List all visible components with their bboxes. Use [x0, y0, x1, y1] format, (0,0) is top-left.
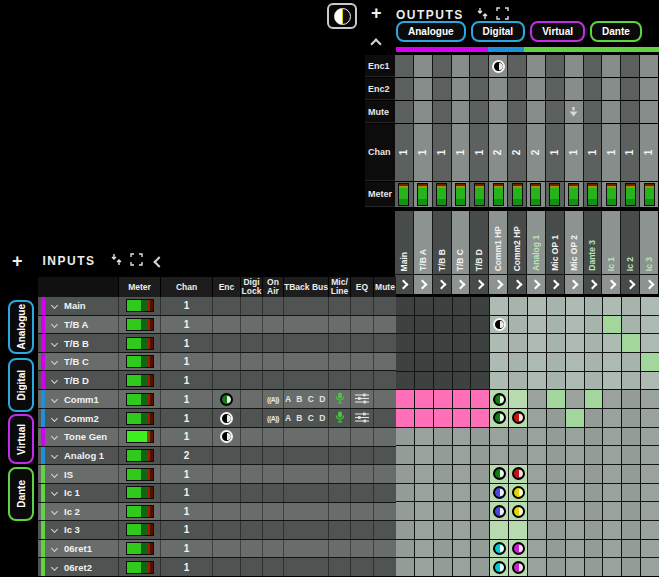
chan-cell-t-b-c[interactable]: 1	[452, 124, 470, 181]
eq-cell[interactable]	[350, 371, 373, 389]
matrix-cell-06ret1-analog-1[interactable]	[528, 540, 546, 558]
matrix-cell-06ret2-t-b-b[interactable]	[434, 558, 452, 576]
matrix-cell-ic-2-main[interactable]	[396, 502, 414, 520]
on-air-cell[interactable]	[262, 447, 283, 465]
route-knob-dkgreen[interactable]	[493, 467, 506, 480]
enc-cell[interactable]	[212, 465, 240, 483]
digi-lock-cell[interactable]	[240, 428, 262, 446]
output-column-expand-button[interactable]	[565, 275, 583, 294]
matrix-cell-main-main[interactable]	[396, 297, 414, 315]
mute-cell[interactable]	[373, 353, 396, 371]
matrix-cell-06ret2-t-b-a[interactable]	[415, 558, 433, 576]
chan-cell-ic-3[interactable]: 1	[640, 124, 658, 181]
mute-cell-t-b-c[interactable]	[452, 101, 470, 123]
matrix-cell-t-b-d-ic-3[interactable]	[641, 372, 659, 390]
tback-bus-cell[interactable]	[283, 465, 328, 483]
matrix-cell-analog-1-comm2-hp[interactable]	[509, 446, 527, 464]
enc-cell[interactable]	[212, 484, 240, 502]
digi-lock-cell[interactable]	[240, 297, 262, 315]
mute-cell-comm1-hp[interactable]	[489, 101, 507, 123]
matrix-cell-ic-3-ic-2[interactable]	[622, 521, 640, 539]
enc2-cell-t-b-a[interactable]	[414, 78, 432, 100]
matrix-cell-analog-1-ic-2[interactable]	[622, 446, 640, 464]
matrix-cell-tone-gen-ic-1[interactable]	[603, 428, 621, 446]
matrix-cell-t-b-b-t-b-a[interactable]	[415, 334, 433, 352]
meter-cell-comm1-hp[interactable]	[489, 182, 507, 207]
enc-cell[interactable]	[212, 409, 240, 427]
output-column-expand-button[interactable]	[527, 275, 545, 294]
matrix-cell-06ret1-comm2-hp[interactable]	[509, 540, 527, 558]
matrix-cell-is-t-b-d[interactable]	[471, 465, 489, 483]
matrix-cell-06ret2-dante-3[interactable]	[585, 558, 603, 576]
mute-cell-analog-1[interactable]	[527, 101, 545, 123]
expand-row-chevron-icon[interactable]	[51, 564, 58, 571]
matrix-cell-comm2-t-b-c[interactable]	[453, 409, 471, 427]
matrix-cell-t-b-b-ic-2[interactable]	[622, 334, 640, 352]
matrix-cell-main-t-b-d[interactable]	[471, 297, 489, 315]
digi-lock-cell[interactable]	[240, 371, 262, 389]
on-air-cell[interactable]	[262, 465, 283, 483]
matrix-cell-ic-1-ic-3[interactable]	[641, 484, 659, 502]
enc1-cell-t-b-b[interactable]	[433, 55, 451, 77]
input-label-cell-06ret1[interactable]: 06ret1	[38, 540, 118, 558]
matrix-cell-is-ic-3[interactable]	[641, 465, 659, 483]
matrix-cell-comm1-t-b-b[interactable]	[434, 390, 452, 408]
digi-lock-cell[interactable]	[240, 334, 262, 352]
tback-bus-cell[interactable]	[283, 447, 328, 465]
matrix-cell-ic-3-t-b-c[interactable]	[453, 521, 471, 539]
eq-cell[interactable]	[350, 521, 373, 539]
matrix-cell-comm1-analog-1[interactable]	[528, 390, 546, 408]
matrix-cell-ic-2-analog-1[interactable]	[528, 502, 546, 520]
matrix-cell-t-b-a-ic-3[interactable]	[641, 316, 659, 334]
matrix-cell-ic-2-comm2-hp[interactable]	[509, 502, 527, 520]
matrix-cell-comm2-ic-1[interactable]	[603, 409, 621, 427]
matrix-cell-t-b-b-t-b-b[interactable]	[434, 334, 452, 352]
matrix-cell-main-mic-op-1[interactable]	[547, 297, 565, 315]
matrix-cell-main-ic-3[interactable]	[641, 297, 659, 315]
matrix-cell-t-b-d-t-b-d[interactable]	[471, 372, 489, 390]
enc1-cell-main[interactable]	[395, 55, 413, 77]
matrix-cell-comm1-t-b-c[interactable]	[453, 390, 471, 408]
mute-cell[interactable]	[373, 297, 396, 315]
input-label-cell-tone-gen[interactable]: Tone Gen	[38, 428, 118, 446]
chan-cell-dante-3[interactable]: 1	[584, 124, 602, 181]
mic-line-cell[interactable]	[328, 521, 350, 539]
expand-row-chevron-icon[interactable]	[51, 489, 58, 496]
enc1-cell-mic-op-1[interactable]	[546, 55, 564, 77]
matrix-cell-main-mic-op-2[interactable]	[566, 297, 584, 315]
matrix-cell-t-b-d-ic-2[interactable]	[622, 372, 640, 390]
matrix-cell-t-b-a-main[interactable]	[396, 316, 414, 334]
fit-view-icon[interactable]	[110, 252, 123, 270]
tback-bus-cell[interactable]: A B C D	[283, 390, 328, 408]
route-knob-red[interactable]	[512, 467, 525, 480]
mute-cell[interactable]	[373, 334, 396, 352]
matrix-cell-ic-1-mic-op-1[interactable]	[547, 484, 565, 502]
matrix-cell-ic-3-mic-op-1[interactable]	[547, 521, 565, 539]
digi-lock-cell[interactable]	[240, 353, 262, 371]
digi-lock-cell[interactable]	[240, 390, 262, 408]
tback-bus-cell[interactable]	[283, 558, 328, 576]
expand-row-chevron-icon[interactable]	[51, 415, 58, 422]
matrix-cell-is-main[interactable]	[396, 465, 414, 483]
route-knob-yellow[interactable]	[512, 486, 525, 499]
matrix-cell-06ret1-main[interactable]	[396, 540, 414, 558]
digi-lock-cell[interactable]	[240, 521, 262, 539]
matrix-cell-analog-1-t-b-a[interactable]	[415, 446, 433, 464]
eq-cell[interactable]	[350, 503, 373, 521]
expand-row-chevron-icon[interactable]	[51, 377, 58, 384]
mic-line-cell[interactable]	[328, 316, 350, 334]
contrast-toggle-button[interactable]	[327, 3, 357, 29]
eq-cell[interactable]	[350, 409, 373, 427]
input-label-cell-t-b-a[interactable]: T/B A	[38, 316, 118, 334]
enc2-cell-t-b-b[interactable]	[433, 78, 451, 100]
chan-cell-ic-2[interactable]: 1	[621, 124, 639, 181]
matrix-cell-tone-gen-mic-op-1[interactable]	[547, 428, 565, 446]
expand-row-chevron-icon[interactable]	[51, 471, 58, 478]
matrix-cell-analog-1-dante-3[interactable]	[585, 446, 603, 464]
expand-row-chevron-icon[interactable]	[51, 358, 58, 365]
matrix-cell-t-b-b-comm1-hp[interactable]	[490, 334, 508, 352]
expand-row-chevron-icon[interactable]	[51, 545, 58, 552]
matrix-cell-06ret1-ic-3[interactable]	[641, 540, 659, 558]
enc-cell[interactable]	[212, 447, 240, 465]
matrix-cell-comm1-dante-3[interactable]	[585, 390, 603, 408]
